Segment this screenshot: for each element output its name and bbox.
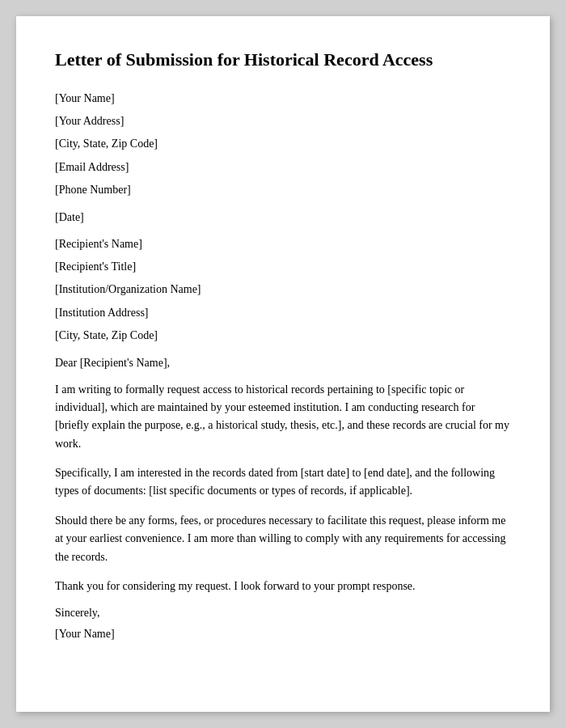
recipient-address: [Institution Address] [55, 304, 511, 322]
sender-address: [Your Address] [55, 112, 511, 130]
sender-city-state-zip: [City, State, Zip Code] [55, 135, 511, 153]
letter-document: Letter of Submission for Historical Reco… [16, 16, 550, 712]
letter-date: [Date] [55, 211, 511, 224]
body-paragraph-4: Thank you for considering my request. I … [55, 578, 511, 595]
letter-title: Letter of Submission for Historical Reco… [55, 49, 511, 72]
sender-email: [Email Address] [55, 159, 511, 176]
sender-phone: [Phone Number] [55, 181, 511, 199]
recipient-city-state-zip: [City, State, Zip Code] [55, 327, 511, 345]
signature: [Your Name] [55, 628, 511, 641]
body-paragraph-1: I am writing to formally request access … [55, 381, 511, 454]
recipient-name: [Recipient's Name] [55, 235, 511, 253]
recipient-title: [Recipient's Title] [55, 258, 511, 276]
sender-name: [Your Name] [55, 90, 511, 108]
salutation: Dear [Recipient's Name], [55, 357, 511, 370]
recipient-institution: [Institution/Organization Name] [55, 281, 511, 298]
body-paragraph-3: Should there be any forms, fees, or proc… [55, 512, 511, 566]
closing: Sincerely, [55, 607, 511, 620]
body-paragraph-2: Specifically, I am interested in the rec… [55, 464, 511, 501]
